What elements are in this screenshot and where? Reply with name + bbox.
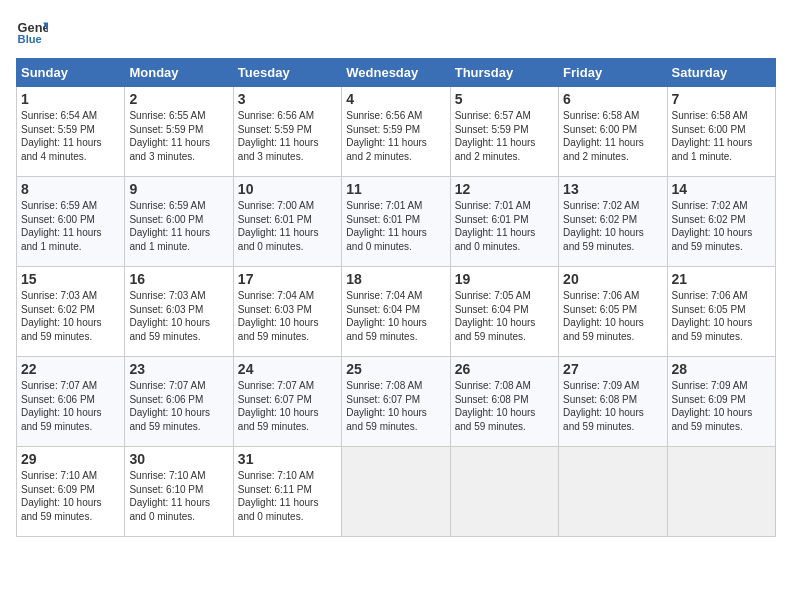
day-number: 29 — [21, 451, 120, 467]
day-number: 15 — [21, 271, 120, 287]
calendar-cell: 8Sunrise: 6:59 AMSunset: 6:00 PMDaylight… — [17, 177, 125, 267]
calendar-cell: 19Sunrise: 7:05 AMSunset: 6:04 PMDayligh… — [450, 267, 558, 357]
calendar-cell: 24Sunrise: 7:07 AMSunset: 6:07 PMDayligh… — [233, 357, 341, 447]
day-info: Sunrise: 7:00 AMSunset: 6:01 PMDaylight:… — [238, 199, 337, 253]
day-info: Sunrise: 7:04 AMSunset: 6:03 PMDaylight:… — [238, 289, 337, 343]
day-info: Sunrise: 7:08 AMSunset: 6:07 PMDaylight:… — [346, 379, 445, 433]
calendar-cell: 7Sunrise: 6:58 AMSunset: 6:00 PMDaylight… — [667, 87, 775, 177]
calendar-cell: 17Sunrise: 7:04 AMSunset: 6:03 PMDayligh… — [233, 267, 341, 357]
calendar-cell: 2Sunrise: 6:55 AMSunset: 5:59 PMDaylight… — [125, 87, 233, 177]
calendar-cell: 30Sunrise: 7:10 AMSunset: 6:10 PMDayligh… — [125, 447, 233, 537]
day-number: 18 — [346, 271, 445, 287]
day-number: 4 — [346, 91, 445, 107]
day-number: 28 — [672, 361, 771, 377]
calendar-cell: 5Sunrise: 6:57 AMSunset: 5:59 PMDaylight… — [450, 87, 558, 177]
day-number: 1 — [21, 91, 120, 107]
day-info: Sunrise: 7:08 AMSunset: 6:08 PMDaylight:… — [455, 379, 554, 433]
col-header-monday: Monday — [125, 59, 233, 87]
day-number: 17 — [238, 271, 337, 287]
day-number: 16 — [129, 271, 228, 287]
day-info: Sunrise: 6:59 AMSunset: 6:00 PMDaylight:… — [21, 199, 120, 253]
day-number: 30 — [129, 451, 228, 467]
day-number: 2 — [129, 91, 228, 107]
day-info: Sunrise: 6:56 AMSunset: 5:59 PMDaylight:… — [238, 109, 337, 163]
day-number: 24 — [238, 361, 337, 377]
col-header-tuesday: Tuesday — [233, 59, 341, 87]
calendar-cell: 18Sunrise: 7:04 AMSunset: 6:04 PMDayligh… — [342, 267, 450, 357]
calendar-week-1: 1Sunrise: 6:54 AMSunset: 5:59 PMDaylight… — [17, 87, 776, 177]
day-number: 27 — [563, 361, 662, 377]
calendar-cell: 25Sunrise: 7:08 AMSunset: 6:07 PMDayligh… — [342, 357, 450, 447]
calendar-cell — [342, 447, 450, 537]
day-info: Sunrise: 6:58 AMSunset: 6:00 PMDaylight:… — [672, 109, 771, 163]
day-number: 11 — [346, 181, 445, 197]
calendar-cell: 28Sunrise: 7:09 AMSunset: 6:09 PMDayligh… — [667, 357, 775, 447]
day-info: Sunrise: 7:04 AMSunset: 6:04 PMDaylight:… — [346, 289, 445, 343]
calendar-cell: 27Sunrise: 7:09 AMSunset: 6:08 PMDayligh… — [559, 357, 667, 447]
calendar-week-5: 29Sunrise: 7:10 AMSunset: 6:09 PMDayligh… — [17, 447, 776, 537]
day-info: Sunrise: 6:57 AMSunset: 5:59 PMDaylight:… — [455, 109, 554, 163]
calendar-cell: 31Sunrise: 7:10 AMSunset: 6:11 PMDayligh… — [233, 447, 341, 537]
day-info: Sunrise: 7:02 AMSunset: 6:02 PMDaylight:… — [672, 199, 771, 253]
day-number: 20 — [563, 271, 662, 287]
calendar-cell: 29Sunrise: 7:10 AMSunset: 6:09 PMDayligh… — [17, 447, 125, 537]
day-info: Sunrise: 7:06 AMSunset: 6:05 PMDaylight:… — [672, 289, 771, 343]
day-number: 3 — [238, 91, 337, 107]
day-info: Sunrise: 7:07 AMSunset: 6:06 PMDaylight:… — [129, 379, 228, 433]
calendar-cell: 22Sunrise: 7:07 AMSunset: 6:06 PMDayligh… — [17, 357, 125, 447]
day-number: 13 — [563, 181, 662, 197]
day-number: 19 — [455, 271, 554, 287]
day-info: Sunrise: 7:09 AMSunset: 6:09 PMDaylight:… — [672, 379, 771, 433]
day-number: 9 — [129, 181, 228, 197]
day-number: 31 — [238, 451, 337, 467]
logo-icon: General Blue — [16, 16, 48, 48]
col-header-friday: Friday — [559, 59, 667, 87]
day-number: 21 — [672, 271, 771, 287]
svg-text:Blue: Blue — [18, 33, 42, 45]
day-info: Sunrise: 6:56 AMSunset: 5:59 PMDaylight:… — [346, 109, 445, 163]
day-number: 14 — [672, 181, 771, 197]
col-header-saturday: Saturday — [667, 59, 775, 87]
calendar-cell: 6Sunrise: 6:58 AMSunset: 6:00 PMDaylight… — [559, 87, 667, 177]
calendar-cell: 1Sunrise: 6:54 AMSunset: 5:59 PMDaylight… — [17, 87, 125, 177]
day-info: Sunrise: 7:10 AMSunset: 6:09 PMDaylight:… — [21, 469, 120, 523]
calendar-cell: 20Sunrise: 7:06 AMSunset: 6:05 PMDayligh… — [559, 267, 667, 357]
day-number: 8 — [21, 181, 120, 197]
calendar-week-4: 22Sunrise: 7:07 AMSunset: 6:06 PMDayligh… — [17, 357, 776, 447]
day-info: Sunrise: 6:55 AMSunset: 5:59 PMDaylight:… — [129, 109, 228, 163]
day-info: Sunrise: 7:09 AMSunset: 6:08 PMDaylight:… — [563, 379, 662, 433]
day-info: Sunrise: 7:10 AMSunset: 6:11 PMDaylight:… — [238, 469, 337, 523]
day-info: Sunrise: 7:03 AMSunset: 6:03 PMDaylight:… — [129, 289, 228, 343]
calendar-cell: 12Sunrise: 7:01 AMSunset: 6:01 PMDayligh… — [450, 177, 558, 267]
day-info: Sunrise: 7:06 AMSunset: 6:05 PMDaylight:… — [563, 289, 662, 343]
calendar-cell — [559, 447, 667, 537]
day-number: 5 — [455, 91, 554, 107]
calendar-cell: 26Sunrise: 7:08 AMSunset: 6:08 PMDayligh… — [450, 357, 558, 447]
calendar-cell: 16Sunrise: 7:03 AMSunset: 6:03 PMDayligh… — [125, 267, 233, 357]
calendar-cell: 13Sunrise: 7:02 AMSunset: 6:02 PMDayligh… — [559, 177, 667, 267]
col-header-thursday: Thursday — [450, 59, 558, 87]
calendar-cell: 3Sunrise: 6:56 AMSunset: 5:59 PMDaylight… — [233, 87, 341, 177]
day-number: 23 — [129, 361, 228, 377]
day-info: Sunrise: 7:05 AMSunset: 6:04 PMDaylight:… — [455, 289, 554, 343]
day-info: Sunrise: 7:07 AMSunset: 6:07 PMDaylight:… — [238, 379, 337, 433]
calendar-cell — [667, 447, 775, 537]
day-info: Sunrise: 7:01 AMSunset: 6:01 PMDaylight:… — [455, 199, 554, 253]
header-row: SundayMondayTuesdayWednesdayThursdayFrid… — [17, 59, 776, 87]
day-info: Sunrise: 6:58 AMSunset: 6:00 PMDaylight:… — [563, 109, 662, 163]
day-number: 6 — [563, 91, 662, 107]
calendar-cell — [450, 447, 558, 537]
calendar-cell: 15Sunrise: 7:03 AMSunset: 6:02 PMDayligh… — [17, 267, 125, 357]
logo: General Blue — [16, 16, 48, 48]
calendar-cell: 21Sunrise: 7:06 AMSunset: 6:05 PMDayligh… — [667, 267, 775, 357]
calendar-cell: 10Sunrise: 7:00 AMSunset: 6:01 PMDayligh… — [233, 177, 341, 267]
calendar-cell: 9Sunrise: 6:59 AMSunset: 6:00 PMDaylight… — [125, 177, 233, 267]
day-info: Sunrise: 6:59 AMSunset: 6:00 PMDaylight:… — [129, 199, 228, 253]
day-info: Sunrise: 7:10 AMSunset: 6:10 PMDaylight:… — [129, 469, 228, 523]
calendar-week-2: 8Sunrise: 6:59 AMSunset: 6:00 PMDaylight… — [17, 177, 776, 267]
day-info: Sunrise: 7:01 AMSunset: 6:01 PMDaylight:… — [346, 199, 445, 253]
calendar-table: SundayMondayTuesdayWednesdayThursdayFrid… — [16, 58, 776, 537]
day-number: 10 — [238, 181, 337, 197]
col-header-sunday: Sunday — [17, 59, 125, 87]
calendar-cell: 23Sunrise: 7:07 AMSunset: 6:06 PMDayligh… — [125, 357, 233, 447]
